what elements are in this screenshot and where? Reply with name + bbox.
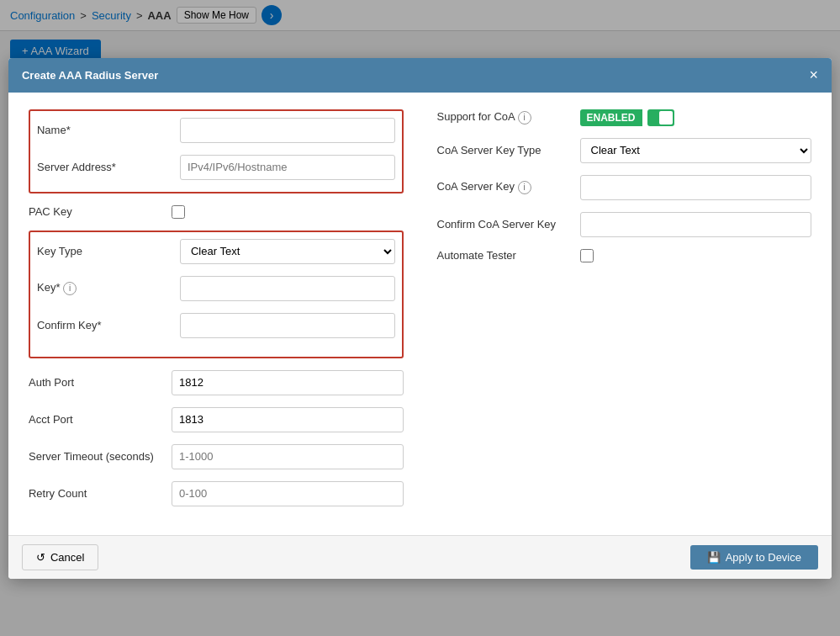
toggle-knob: [659, 111, 673, 125]
coa-server-key-label: CoA Server Key i: [437, 180, 572, 181]
toggle-switch[interactable]: [647, 109, 674, 126]
modal-body: Name* Server Address* PAC Key: [8, 93, 832, 182]
server-address-input[interactable]: [180, 155, 395, 180]
name-group-highlighted: Name* Server Address*: [29, 109, 404, 182]
name-form-row: Name*: [37, 118, 395, 143]
support-coa-label: Support for CoA i: [437, 110, 572, 125]
modal-overlay: Create AAA Radius Server × Name* Server …: [0, 0, 840, 181]
support-coa-form-row: Support for CoA i ENABLED: [437, 109, 812, 126]
support-coa-toggle[interactable]: ENABLED: [580, 109, 674, 126]
coa-key-type-label: CoA Server Key Type: [437, 144, 572, 156]
coa-server-key-form-row: CoA Server Key i: [437, 175, 812, 182]
toggle-enabled-label: ENABLED: [580, 109, 642, 126]
server-address-form-row: Server Address*: [37, 155, 395, 180]
create-radius-server-modal: Create AAA Radius Server × Name* Server …: [8, 58, 832, 182]
modal-header: Create AAA Radius Server ×: [8, 58, 832, 93]
coa-server-key-input[interactable]: [580, 175, 812, 182]
coa-key-type-select[interactable]: Clear Text Encrypted: [580, 138, 812, 163]
name-label: Name*: [37, 124, 172, 136]
modal-title: Create AAA Radius Server: [22, 69, 158, 82]
modal-left-column: Name* Server Address* PAC Key: [29, 109, 404, 182]
modal-close-button[interactable]: ×: [809, 66, 818, 84]
server-address-label: Server Address*: [37, 161, 172, 173]
support-coa-info-icon[interactable]: i: [518, 111, 531, 125]
modal-right-column: Support for CoA i ENABLED CoA Server Key…: [437, 109, 812, 182]
coa-key-type-form-row: CoA Server Key Type Clear Text Encrypted: [437, 138, 812, 163]
name-input[interactable]: [180, 118, 395, 143]
